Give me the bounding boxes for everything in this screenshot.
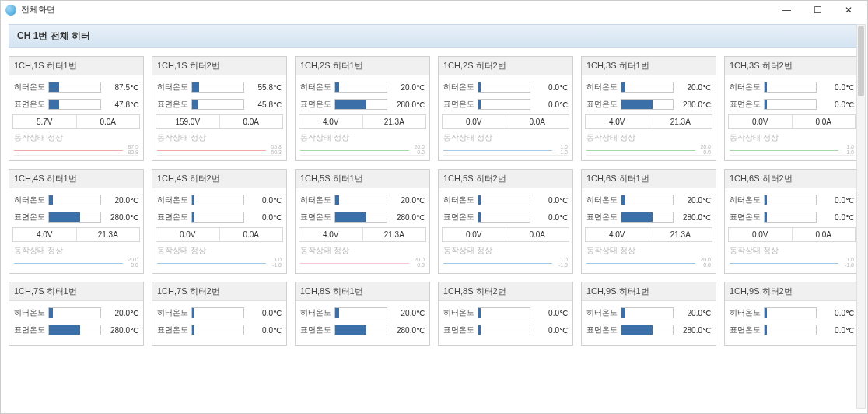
heater-card: 1CH,9S 히터2번 히터온도 0.0℃ 표면온도 0.0℃	[724, 282, 859, 346]
heater-temp-label: 히터온도	[300, 195, 331, 205]
surface-temp-row: 표면온도 0.0℃	[730, 323, 854, 337]
card-title: 1CH,1S 히터2번	[152, 57, 286, 75]
heater-temp-bar	[48, 195, 101, 205]
surface-temp-row: 표면온도 0.0℃	[443, 97, 568, 111]
heater-temp-bar-fill	[621, 308, 625, 318]
heater-temp-label: 히터온도	[443, 195, 474, 205]
surface-temp-row: 표면온도 0.0℃	[443, 210, 568, 224]
heater-temp-bar	[621, 307, 674, 318]
heater-temp-bar-fill	[765, 195, 767, 205]
spark-tick-bot: -1.0	[552, 262, 568, 268]
heater-temp-row: 히터온도 0.0℃	[730, 193, 854, 207]
heater-temp-bar-fill	[621, 195, 625, 205]
surface-temp-bar	[48, 99, 101, 110]
heater-temp-row: 히터온도 0.0℃	[443, 306, 568, 320]
heater-temp-label: 히터온도	[14, 307, 45, 318]
card-title: 1CH,7S 히터2번	[152, 282, 286, 301]
vertical-scrollbar[interactable]	[856, 24, 866, 409]
surface-temp-bar-fill	[335, 100, 366, 109]
heater-temp-row: 히터온도 20.0℃	[586, 80, 711, 94]
surface-temp-value: 0.0℃	[247, 326, 282, 335]
surface-temp-bar	[478, 212, 530, 223]
heater-card: 1CH,3S 히터1번 히터온도 20.0℃ 표면온도 280.0℃ 4.0V …	[581, 56, 716, 161]
sparkline-ticks: 20.0 0.0	[123, 257, 138, 268]
sparkline-ticks: 87.5 80.8	[123, 144, 138, 155]
voltage-value: 159.0V	[156, 115, 220, 128]
heater-temp-bar	[764, 82, 817, 93]
surface-temp-bar	[764, 212, 817, 223]
voltage-value: 4.0V	[13, 228, 77, 241]
heater-temp-row: 히터온도 55.8℃	[157, 80, 282, 94]
status-text: 동작상태 정상	[443, 245, 568, 256]
spark-tick-bot: 80.8	[123, 149, 138, 155]
sparkline-ticks: 1.0 -1.0	[552, 257, 568, 268]
spark-tick-top: 20.0	[409, 144, 425, 149]
surface-temp-bar-fill	[192, 100, 198, 109]
surface-temp-bar-fill	[765, 212, 767, 222]
heater-temp-row: 히터온도 20.0℃	[586, 193, 711, 207]
heater-temp-bar	[48, 82, 101, 93]
card-title: 1CH,6S 히터2번	[725, 170, 859, 188]
heater-temp-label: 히터온도	[14, 195, 45, 205]
surface-temp-label: 표면온도	[443, 212, 474, 223]
heater-temp-bar	[478, 307, 530, 318]
heater-temp-bar	[764, 195, 817, 205]
surface-temp-bar	[621, 325, 674, 335]
spark-tick-bot: 50.3	[266, 149, 282, 155]
voltage-value: 0.0V	[729, 228, 793, 241]
surface-temp-label: 표면온도	[730, 325, 761, 335]
card-title: 1CH,7S 히터1번	[9, 282, 143, 301]
volt-amp-row: 5.7V 0.0A	[12, 114, 140, 129]
scrollbar-thumb[interactable]	[858, 26, 864, 96]
current-value: 0.0A	[220, 115, 283, 128]
sparkline-line	[300, 263, 409, 264]
volt-amp-row: 4.0V 21.3A	[12, 227, 140, 242]
surface-temp-label: 표면온도	[300, 325, 331, 335]
spark-tick-top: 20.0	[695, 144, 711, 149]
sparkline-ticks: 20.0 0.0	[409, 257, 425, 268]
status-text: 동작상태 정상	[586, 132, 711, 143]
heater-temp-value: 20.0℃	[390, 83, 425, 92]
heater-temp-label: 히터온도	[157, 82, 188, 93]
card-title: 1CH,5S 히터2번	[439, 170, 572, 188]
page-header: CH 1번 전체 히터	[9, 24, 859, 48]
sparkline-ticks: 20.0 0.0	[409, 144, 425, 155]
surface-temp-value: 280.0℃	[677, 213, 711, 222]
status-text: 동작상태 정상	[300, 132, 425, 143]
sparkline: 1.0 -1.0	[730, 145, 854, 156]
surface-temp-label: 표면온도	[730, 99, 761, 110]
current-value: 0.0A	[506, 115, 569, 128]
heater-temp-value: 20.0℃	[104, 309, 138, 318]
surface-temp-bar-fill	[478, 212, 481, 222]
surface-temp-bar-fill	[192, 325, 194, 335]
heater-temp-bar	[621, 195, 674, 205]
volt-amp-row: 4.0V 21.3A	[299, 114, 426, 129]
surface-temp-bar	[764, 325, 817, 335]
heater-temp-value: 87.5℃	[104, 83, 138, 92]
surface-temp-bar	[621, 212, 674, 223]
surface-temp-value: 280.0℃	[390, 100, 425, 109]
spark-tick-top: 1.0	[552, 257, 568, 262]
heater-temp-bar	[191, 195, 244, 205]
sparkline-line	[443, 150, 552, 151]
heater-card: 1CH,2S 히터1번 히터온도 20.0℃ 표면온도 280.0℃ 4.0V …	[295, 56, 430, 161]
close-button[interactable]: ✕	[835, 2, 863, 18]
heater-temp-row: 히터온도 0.0℃	[730, 306, 854, 320]
heater-temp-bar-fill	[765, 82, 767, 92]
minimize-button[interactable]: —	[772, 2, 800, 18]
spark-tick-top: 1.0	[552, 144, 568, 149]
heater-card: 1CH,1S 히터1번 히터온도 87.5℃ 표면온도 47.8℃ 5.7V 0…	[9, 56, 144, 161]
surface-temp-label: 표면온도	[300, 99, 331, 110]
heater-card: 1CH,2S 히터2번 히터온도 0.0℃ 표면온도 0.0℃ 0.0V 0.0…	[438, 56, 573, 161]
surface-temp-bar-fill	[192, 212, 194, 222]
heater-temp-bar-fill	[335, 195, 339, 205]
surface-temp-bar-fill	[49, 100, 59, 109]
surface-temp-label: 표면온도	[300, 212, 331, 223]
voltage-value: 0.0V	[443, 228, 506, 241]
maximize-button[interactable]: ☐	[803, 2, 831, 18]
heater-temp-label: 히터온도	[730, 307, 761, 318]
surface-temp-bar-fill	[765, 325, 767, 335]
spark-tick-top: 20.0	[123, 257, 138, 262]
surface-temp-bar	[334, 99, 387, 110]
heater-temp-row: 히터온도 20.0℃	[14, 306, 138, 320]
